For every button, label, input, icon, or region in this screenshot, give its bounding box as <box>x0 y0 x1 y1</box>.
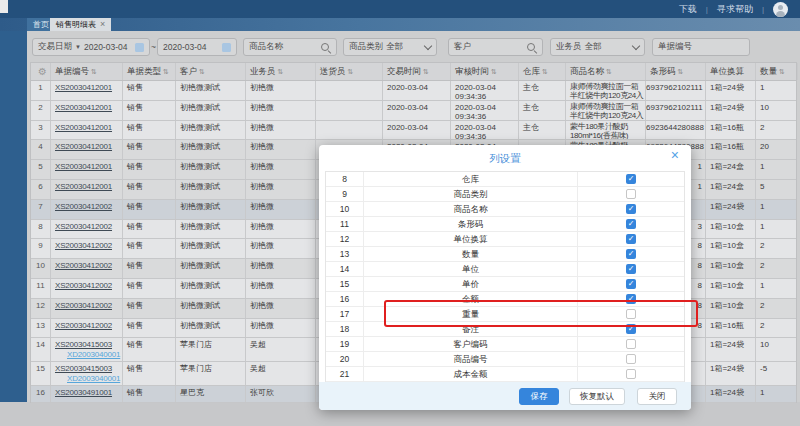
column-visibility-checkbox[interactable]: ✓ <box>626 219 636 229</box>
modal-column-label: 单位换算 <box>364 232 578 246</box>
sort-icon[interactable]: ⇅ <box>199 68 205 76</box>
column-visibility-checkbox[interactable]: ✓ <box>626 174 636 184</box>
column-header-warehouse[interactable]: 仓库⇅ <box>519 63 566 80</box>
modal-row-number: 13 <box>326 247 364 261</box>
category-select[interactable]: 商品类别 全部 <box>343 38 437 56</box>
order-number-link[interactable]: XS20030491001 <box>55 388 112 397</box>
column-settings-header-cell[interactable]: ⚙ <box>31 63 51 80</box>
close-button[interactable]: 关闭 <box>637 388 677 405</box>
column-visibility-checkbox[interactable] <box>626 369 636 379</box>
column-visibility-checkbox[interactable] <box>626 339 636 349</box>
column-visibility-checkbox[interactable]: ✓ <box>626 264 636 274</box>
column-header-salesman[interactable]: 业务员⇅ <box>246 63 316 80</box>
order-number-input[interactable]: 单据编号 <box>652 38 750 56</box>
customer: 初艳微测试 <box>176 200 246 219</box>
order-number-link[interactable]: XS20030412001 <box>55 123 112 132</box>
order-number-link[interactable]: XS20030412001 <box>55 103 112 112</box>
column-header-qty[interactable]: 数量⇅ <box>756 63 798 80</box>
user-avatar-icon[interactable] <box>773 2 788 17</box>
help-link[interactable]: 寻求帮助 <box>717 3 753 16</box>
modal-column-row[interactable]: 13数量✓ <box>326 247 684 262</box>
save-button[interactable]: 保存 <box>519 388 559 405</box>
order-number-link[interactable]: XS20030412002 <box>55 261 112 270</box>
modal-column-row[interactable]: 19客户编码 <box>326 337 684 352</box>
modal-row-number: 16 <box>326 292 364 306</box>
gear-icon[interactable]: ⚙ <box>38 64 47 80</box>
sort-icon[interactable]: ⇅ <box>542 68 548 76</box>
customer-search-input[interactable]: 客户 <box>448 38 543 56</box>
order-number-link[interactable]: XS20030412002 <box>55 301 112 310</box>
table-row[interactable]: 2XS20030412001销售初艳微测试初艳微2020-03-042020-0… <box>31 101 796 121</box>
column-visibility-checkbox[interactable] <box>626 189 636 199</box>
calendar-icon[interactable] <box>222 43 231 52</box>
modal-column-row[interactable]: 11条形码✓ <box>326 217 684 232</box>
column-header-product[interactable]: 商品名称⇅ <box>566 63 646 80</box>
date-to-filter[interactable]: 2020-03-04 <box>157 38 237 56</box>
column-header-audit-time[interactable]: 审核时间⇅ <box>451 63 519 80</box>
order-number-link[interactable]: XS20030412002 <box>55 241 112 250</box>
modal-column-row[interactable]: 8仓库✓ <box>326 172 684 187</box>
modal-column-row[interactable]: 9商品类别 <box>326 187 684 202</box>
modal-column-row[interactable]: 15单价✓ <box>326 277 684 292</box>
sort-icon[interactable]: ⇅ <box>278 68 284 76</box>
column-visibility-checkbox[interactable]: ✓ <box>626 249 636 259</box>
sort-icon[interactable]: ⇅ <box>678 68 684 76</box>
sort-icon[interactable]: ⇅ <box>423 68 429 76</box>
column-visibility-checkbox[interactable]: ✓ <box>626 279 636 289</box>
modal-column-row[interactable]: 21成本金额 <box>326 367 684 382</box>
sort-icon[interactable]: ⇅ <box>348 68 354 76</box>
tab-sales-detail[interactable]: 销售明细表× <box>50 18 111 31</box>
sort-icon[interactable]: ⇅ <box>606 68 612 76</box>
salesman: 初艳微 <box>246 259 316 278</box>
order-number-link[interactable]: XS20030412002 <box>55 321 112 330</box>
modal-column-row[interactable]: 20商品编号 <box>326 352 684 367</box>
sort-icon[interactable]: ⇅ <box>491 68 497 76</box>
sort-icon[interactable]: ⇅ <box>91 68 97 76</box>
column-header-trade-date[interactable]: 交易时间⇅ <box>383 63 451 80</box>
modal-column-row[interactable]: 12单位换算✓ <box>326 232 684 247</box>
calendar-icon[interactable] <box>135 43 144 52</box>
search-icon[interactable] <box>320 42 331 53</box>
tab-close-icon[interactable]: × <box>100 19 105 29</box>
column-header-barcode[interactable]: 条形码⇅ <box>646 63 706 80</box>
unit-conversion: 1箱=10盒 <box>706 279 756 298</box>
related-order-link[interactable]: XD2003040001 <box>67 374 122 383</box>
table-row[interactable]: 1XS20030412001销售初艳微测试初艳微2020-03-042020-0… <box>31 81 796 101</box>
product-name-search-input[interactable]: 商品名称 <box>243 38 337 56</box>
related-order-link[interactable]: XD2003040001 <box>67 350 122 359</box>
order-number-link[interactable]: XS20030412002 <box>55 222 112 231</box>
sort-icon[interactable]: ⇅ <box>163 68 169 76</box>
sort-icon[interactable]: ⇅ <box>779 68 785 76</box>
order-number-link[interactable]: XS20030412002 <box>55 281 112 290</box>
column-visibility-checkbox[interactable]: ✓ <box>626 204 636 214</box>
download-link[interactable]: 下载 <box>679 3 697 16</box>
salesman: 初艳微 <box>246 121 316 140</box>
salesman-select[interactable]: 业务员 全部 <box>550 38 645 56</box>
order-number-link[interactable]: XS20030412001 <box>55 162 112 171</box>
order-number-link[interactable]: XS20030412001 <box>55 182 112 191</box>
order-number-link[interactable]: XS20030412001 <box>55 142 112 151</box>
search-icon[interactable] <box>526 42 537 53</box>
order-number-link[interactable]: XS20030412001 <box>55 83 112 92</box>
column-header-type[interactable]: 单据类型⇅ <box>123 63 176 80</box>
order-number-link[interactable]: XS20030415003 <box>55 364 112 373</box>
column-header-customer[interactable]: 客户⇅ <box>176 63 246 80</box>
date-from-filter[interactable]: 交易日期 ▼ 2020-03-04 <box>32 38 150 56</box>
modal-column-row[interactable]: 10商品名称✓ <box>326 202 684 217</box>
column-visibility-checkbox[interactable] <box>626 354 636 364</box>
order-number-cell: XS20030415003XD2003040001 <box>51 362 123 385</box>
column-header-code[interactable]: 单据编号⇅ <box>51 63 123 80</box>
table-row[interactable]: 3XS20030412001销售初艳微测试初艳微2020-03-042020-0… <box>31 121 796 141</box>
salesman: 吴超 <box>246 362 316 385</box>
reset-default-button[interactable]: 恢复默认 <box>569 388 625 405</box>
topbar-right-cluster: 下载 | 寻求帮助 | <box>679 0 788 18</box>
unit-conversion: 1箱=24盒 <box>706 180 756 199</box>
order-number-link[interactable]: XS20030415003 <box>55 340 112 349</box>
modal-close-icon[interactable]: × <box>671 148 679 163</box>
column-header-deliverer[interactable]: 送货员⇅ <box>316 63 383 80</box>
column-visibility-checkbox[interactable]: ✓ <box>626 234 636 244</box>
row-index: 11 <box>31 279 51 298</box>
order-number-link[interactable]: XS20030412002 <box>55 202 112 211</box>
modal-column-row[interactable]: 14单位✓ <box>326 262 684 277</box>
grid-header: ⚙单据编号⇅单据类型⇅客户⇅业务员⇅送货员⇅交易时间⇅审核时间⇅仓库⇅商品名称⇅… <box>31 63 796 81</box>
